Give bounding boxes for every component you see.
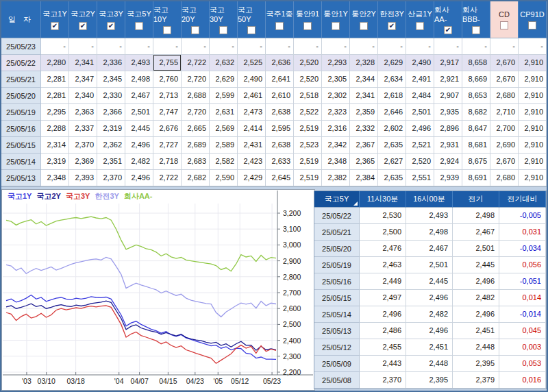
quote-row-date-cell[interactable]: 25/05/13: [314, 323, 360, 339]
rate-cell[interactable]: 2,330: [97, 88, 125, 104]
rate-cell[interactable]: 2,670: [490, 71, 519, 88]
row-date-cell[interactable]: 25/05/20: [1, 88, 41, 104]
rate-cell[interactable]: -: [378, 38, 406, 55]
row-date-cell[interactable]: 25/05/15: [1, 137, 41, 154]
rate-cell[interactable]: 2,682: [182, 170, 210, 186]
rate-cell[interactable]: 2,713: [153, 88, 182, 104]
rate-cell[interactable]: 2,340: [69, 88, 97, 104]
rate-cell[interactable]: 2,523: [294, 137, 322, 154]
quote-1130-cell[interactable]: 2,497: [360, 290, 406, 306]
rate-cell[interactable]: 2,610: [266, 88, 294, 104]
rate-cell[interactable]: 2,700: [490, 121, 519, 137]
rate-cell[interactable]: 2,939: [434, 170, 462, 186]
rate-cell[interactable]: 2,910: [519, 55, 547, 71]
quote-change-cell[interactable]: 0,014: [499, 290, 546, 306]
rate-cell[interactable]: 2,633: [266, 154, 294, 170]
rate-cell[interactable]: 2,602: [378, 121, 406, 137]
rate-cell[interactable]: 2,896: [434, 121, 462, 137]
quote-prev-cell[interactable]: 2,482: [453, 290, 499, 306]
rate-cell[interactable]: 2,921: [434, 71, 462, 88]
column-checkbox[interactable]: [528, 21, 536, 29]
rate-cell[interactable]: 2,910: [519, 71, 547, 88]
quote-change-cell[interactable]: -0,051: [499, 273, 546, 290]
quote-prev-cell[interactable]: 2,496: [453, 306, 499, 323]
column-header-10[interactable]: 통안91: [294, 1, 322, 38]
quote-change-cell[interactable]: -0,005: [499, 208, 546, 224]
rate-cell[interactable]: 2,332: [350, 121, 378, 137]
rate-cell[interactable]: 2,366: [97, 104, 125, 121]
rate-cell[interactable]: 2,718: [153, 154, 182, 170]
rate-cell[interactable]: 2,498: [125, 71, 153, 88]
rate-cell[interactable]: 2,582: [210, 154, 238, 170]
quote-1600-cell[interactable]: 2,448: [406, 356, 453, 372]
rate-cell[interactable]: 2,348: [322, 154, 350, 170]
rate-cell[interactable]: 2,638: [266, 104, 294, 121]
rate-cell[interactable]: 2,618: [378, 88, 406, 104]
rate-cell[interactable]: 2,935: [434, 104, 462, 121]
quote-row-date-cell[interactable]: 25/05/21: [314, 224, 360, 241]
rate-cell[interactable]: 2,467: [125, 88, 153, 104]
quote-1130-cell[interactable]: 2,443: [360, 356, 406, 372]
rate-cell[interactable]: 2,917: [434, 55, 462, 71]
rate-cell[interactable]: 2,461: [238, 88, 266, 104]
quote-column-header-2[interactable]: 16시00분: [406, 191, 453, 208]
row-date-cell[interactable]: 25/05/16: [1, 121, 41, 137]
rate-cell[interactable]: 2,348: [41, 170, 69, 186]
rate-cell[interactable]: 2,347: [69, 71, 97, 88]
rate-cell[interactable]: 2,635: [378, 137, 406, 154]
rate-cell[interactable]: -: [41, 38, 69, 55]
column-checkbox[interactable]: ✔: [388, 22, 396, 30]
rate-cell[interactable]: 2,344: [350, 71, 378, 88]
rate-cell[interactable]: 2,522: [294, 104, 322, 121]
quote-change-cell[interactable]: 0,003: [499, 339, 546, 356]
rate-cell[interactable]: 2,722: [153, 170, 182, 186]
rate-cell[interactable]: 8,681: [462, 137, 490, 154]
row-date-cell[interactable]: 25/05/19: [1, 104, 41, 121]
column-checkbox[interactable]: [163, 26, 171, 34]
quote-column-header-1[interactable]: 11시30분: [360, 191, 406, 208]
rate-cell[interactable]: 2,316: [322, 121, 350, 137]
rate-cell[interactable]: 2,491: [406, 71, 434, 88]
rate-cell[interactable]: 2,680: [490, 170, 519, 186]
rate-cell[interactable]: 2,336: [97, 55, 125, 71]
rate-cell[interactable]: 8,653: [462, 88, 490, 104]
column-header-8[interactable]: 국고50Y: [238, 1, 266, 38]
rate-cell[interactable]: 2,910: [519, 104, 547, 121]
rate-cell[interactable]: -: [490, 38, 519, 55]
rate-cell[interactable]: -: [462, 38, 490, 55]
column-header-9[interactable]: 국주1종: [266, 1, 294, 38]
rate-cell[interactable]: 2,931: [434, 137, 462, 154]
quote-1130-cell[interactable]: 2,476: [360, 241, 406, 257]
quote-1600-cell[interactable]: 2,445: [406, 273, 453, 290]
column-checkbox[interactable]: [416, 22, 424, 30]
row-date-cell[interactable]: 25/05/14: [1, 154, 41, 170]
row-date-cell[interactable]: 25/05/22: [1, 55, 41, 71]
rate-cell[interactable]: 2,519: [294, 170, 322, 186]
rate-cell[interactable]: 2,632: [210, 55, 238, 71]
quote-row-date-cell[interactable]: 25/05/08: [314, 372, 360, 389]
rate-cell[interactable]: 2,689: [182, 137, 210, 154]
quote-prev-cell[interactable]: 2,395: [453, 356, 499, 372]
rate-cell[interactable]: 2,676: [153, 121, 182, 137]
rate-cell[interactable]: 2,369: [69, 154, 97, 170]
column-checkbox[interactable]: [247, 26, 256, 34]
rate-cell[interactable]: 2,670: [490, 154, 519, 170]
column-checkbox[interactable]: ✔: [444, 26, 452, 34]
rate-cell[interactable]: 2,302: [322, 88, 350, 104]
quote-1130-cell[interactable]: 2,455: [360, 339, 406, 356]
rate-cell[interactable]: 2,363: [69, 104, 97, 121]
rate-cell[interactable]: -: [69, 38, 97, 55]
rate-cell[interactable]: 2,525: [238, 55, 266, 71]
rate-cell[interactable]: 2,484: [406, 88, 434, 104]
quote-1600-cell[interactable]: 2,496: [406, 290, 453, 306]
quote-1130-cell[interactable]: 2,496: [360, 306, 406, 323]
date-column-header[interactable]: 일 자: [1, 1, 41, 38]
rate-cell[interactable]: 2,370: [69, 137, 97, 154]
rate-cell[interactable]: 2,520: [406, 154, 434, 170]
rate-cell[interactable]: 2,423: [238, 154, 266, 170]
rate-cell[interactable]: 2,627: [378, 154, 406, 170]
quote-1600-cell[interactable]: 2,498: [406, 224, 453, 241]
rate-cell[interactable]: 8,658: [462, 55, 490, 71]
column-checkbox[interactable]: [360, 22, 368, 30]
rate-cell[interactable]: 2,641: [266, 71, 294, 88]
